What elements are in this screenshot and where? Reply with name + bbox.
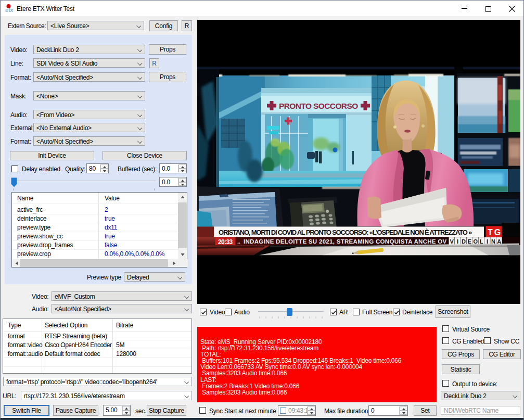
svg-text:V: V <box>450 238 454 245</box>
svg-text:PRONTO SOCCORSO: PRONTO SOCCORSO <box>279 101 358 110</box>
svg-text:O: O <box>473 238 478 245</box>
svg-text:L: L <box>480 238 483 245</box>
svg-text:INDAGINE DELOITTE SU 2021, STR: INDAGINE DELOITTE SU 2021, STREAMING CON… <box>244 238 447 245</box>
svg-text:ORISTANO, MORTI DI COVID AL PR: ORISTANO, MORTI DI COVID AL PRONTO SOCCO… <box>219 228 472 236</box>
svg-text:I: I <box>487 238 488 245</box>
svg-text:..: .. <box>237 238 240 245</box>
svg-text:TG: TG <box>488 228 501 237</box>
svg-text:20:33: 20:33 <box>218 238 233 246</box>
svg-text:D: D <box>462 238 466 245</box>
svg-text:E: E <box>468 238 471 245</box>
svg-text:I: I <box>457 238 458 245</box>
svg-text:etx: etx <box>5 7 14 13</box>
svg-text:N: N <box>491 238 495 245</box>
